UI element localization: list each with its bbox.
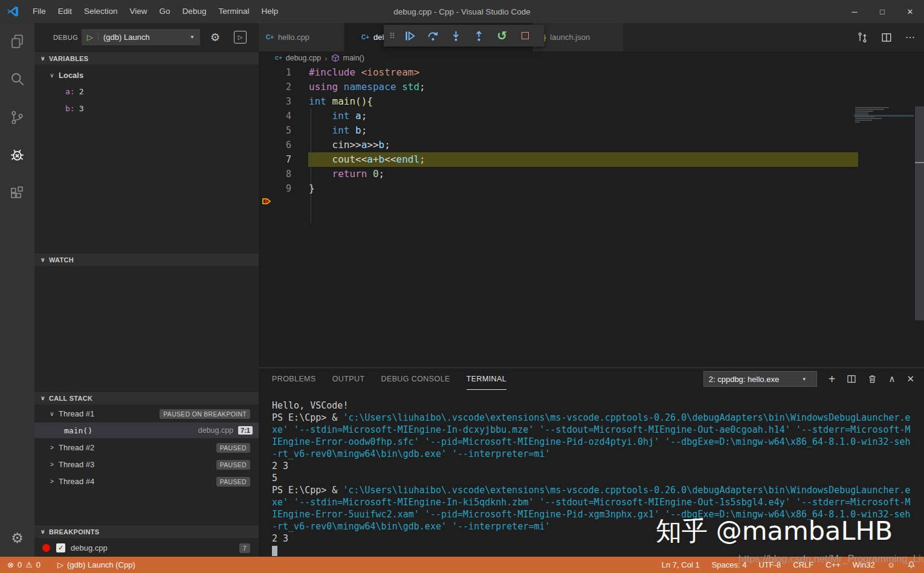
variable-row[interactable]: b: 3: [34, 101, 259, 116]
warnings-icon[interactable]: ⚠: [25, 560, 33, 569]
chevron-down-icon: ∨: [48, 72, 56, 79]
split-editor-icon[interactable]: [881, 32, 892, 43]
menu-selection[interactable]: Selection: [78, 0, 124, 23]
section-call-stack[interactable]: ∨ CALL STACK: [34, 391, 259, 404]
explorer-icon[interactable]: [0, 27, 34, 56]
source-control-icon[interactable]: [0, 103, 34, 132]
section-label: BREAKPOINTS: [49, 528, 99, 536]
terminal-cursor: [272, 546, 277, 556]
chevron-right-icon: >: [48, 444, 56, 451]
step-over-button[interactable]: [422, 25, 445, 47]
menu-view[interactable]: View: [124, 0, 153, 23]
menu-help[interactable]: Help: [255, 0, 284, 23]
current-statement-breakpoint-icon[interactable]: [262, 194, 274, 209]
breadcrumb-symbol[interactable]: main(): [343, 54, 364, 62]
menu-terminal[interactable]: Terminal: [212, 0, 255, 23]
step-into-button[interactable]: [445, 25, 468, 47]
csdn-watermark: https://blog.csdn.net/Mr_Programming_Liu: [738, 553, 924, 565]
line-text: int main(){: [309, 94, 373, 109]
debug-launch-icon[interactable]: ▷: [57, 560, 63, 569]
errors-count[interactable]: 0: [18, 560, 22, 569]
menu-go[interactable]: Go: [153, 0, 176, 23]
line-text: }: [309, 181, 315, 196]
thread-row[interactable]: ∨ Thread #1 PAUSED ON BREAKPOINT: [34, 406, 259, 421]
minimap[interactable]: [855, 107, 913, 128]
stack-frame-row[interactable]: main() debug.cpp 7:1: [34, 422, 259, 438]
line-text: #include <iostream>: [309, 65, 419, 80]
section-breakpoints[interactable]: ∨ BREAKPOINTS: [34, 525, 259, 538]
editor-scrollbar[interactable]: [915, 106, 924, 320]
line-text: int a;: [309, 109, 367, 123]
cpp-file-icon: C+: [361, 34, 369, 40]
code-line-2: 2using namespace std;: [259, 80, 924, 94]
more-actions-icon[interactable]: ⋯: [905, 31, 916, 43]
line-text: return 0;: [309, 167, 384, 181]
chevron-down-icon: ∨: [39, 395, 47, 401]
chevron-right-icon: >: [48, 461, 56, 468]
breadcrumb[interactable]: C+ debug.cpp › main(): [259, 51, 924, 65]
continue-button[interactable]: [399, 25, 422, 47]
tab-launch.json[interactable]: {}launch.json: [533, 23, 624, 51]
panel-tab-problems[interactable]: PROBLEMS: [272, 368, 316, 390]
thread-row[interactable]: > Thread #4 PAUSED: [34, 474, 259, 489]
search-icon[interactable]: [0, 64, 34, 93]
tab-hello.cpp[interactable]: C+hello.cpp: [259, 23, 344, 51]
debug-launch-label[interactable]: (gdb) Launch (Cpp): [67, 560, 135, 569]
debug-icon[interactable]: [0, 140, 34, 169]
settings-gear-icon[interactable]: ⚙: [0, 523, 34, 552]
status-ln-7-col-1[interactable]: Ln 7, Col 1: [662, 560, 700, 569]
errors-icon[interactable]: ⊗: [7, 560, 14, 569]
restart-button[interactable]: ↺: [491, 25, 514, 47]
terminal-line: Hello, VSCode!: [272, 400, 920, 412]
menu-bar: FileEditSelectionViewGoDebugTerminalHelp: [27, 0, 284, 23]
step-out-button[interactable]: [468, 25, 491, 47]
close-panel-icon[interactable]: ✕: [906, 374, 914, 384]
section-watch[interactable]: ∨ WATCH: [34, 253, 259, 266]
panel-tab-debug-console[interactable]: DEBUG CONSOLE: [381, 368, 450, 390]
start-debug-icon[interactable]: ▷: [82, 33, 99, 42]
stop-square-icon: [522, 32, 529, 39]
status-badge: PAUSED: [216, 460, 250, 470]
line-text: cout<<a+b<<endl;: [309, 152, 425, 167]
launch-config-select[interactable]: ▷ (gdb) Launch ▼: [82, 29, 200, 45]
breakpoint-row[interactable]: ✓ debug.cpp 7: [34, 540, 259, 555]
debug-sidebar: DEBUG ▷ (gdb) Launch ▼ ⚙ ▷ ∨ VARIABLES ∨…: [34, 23, 259, 557]
code-line-6: 6 cin>>a>>b;: [259, 138, 924, 152]
extensions-icon[interactable]: [0, 178, 34, 207]
split-terminal-icon[interactable]: [847, 374, 856, 384]
configure-gear-icon[interactable]: ⚙: [210, 31, 220, 44]
warnings-count[interactable]: 0: [36, 560, 40, 569]
section-variables[interactable]: ∨ VARIABLES: [34, 51, 259, 65]
thread-row[interactable]: > Thread #3 PAUSED: [34, 457, 259, 472]
open-changes-icon[interactable]: [857, 32, 868, 43]
code-line-8: 8 return 0;: [259, 167, 924, 181]
window-controls: ─ □ ✕: [841, 0, 924, 23]
panel-tab-terminal[interactable]: TERMINAL: [467, 368, 506, 390]
toolbar-drag-handle[interactable]: ⠿: [389, 31, 394, 40]
debug-toolbar: ⠿ ↺: [384, 25, 544, 47]
code-line-3: 3int main(){: [259, 94, 924, 109]
breadcrumb-file[interactable]: debug.cpp: [286, 54, 321, 62]
maximize-icon[interactable]: □: [868, 0, 896, 23]
line-number: 7: [274, 152, 291, 167]
panel-tab-output[interactable]: OUTPUT: [332, 368, 365, 390]
variable-row[interactable]: a: 2: [34, 84, 259, 99]
locals-scope[interactable]: ∨ Locals: [34, 68, 259, 83]
chevron-down-icon: ∨: [39, 55, 47, 62]
menu-debug[interactable]: Debug: [176, 0, 213, 23]
chevron-down-icon: ∨: [48, 410, 56, 417]
close-icon[interactable]: ✕: [896, 0, 924, 23]
stop-button[interactable]: [514, 25, 537, 47]
menu-edit[interactable]: Edit: [52, 0, 78, 23]
symbol-cube-icon: [331, 54, 340, 62]
maximize-panel-icon[interactable]: ∧: [888, 374, 895, 384]
terminal-select[interactable]: 2: cppdbg: hello.exe ▼: [703, 371, 817, 387]
breakpoint-checkbox[interactable]: ✓: [56, 543, 65, 552]
code-editor[interactable]: 1#include <iostream>2using namespace std…: [259, 65, 924, 367]
debug-console-icon[interactable]: ▷: [234, 31, 247, 44]
kill-terminal-trash-icon[interactable]: [868, 374, 877, 384]
menu-file[interactable]: File: [27, 0, 52, 23]
thread-row[interactable]: > Thread #2 PAUSED: [34, 440, 259, 455]
minimize-icon[interactable]: ─: [841, 0, 868, 23]
new-terminal-icon[interactable]: +: [829, 372, 836, 386]
